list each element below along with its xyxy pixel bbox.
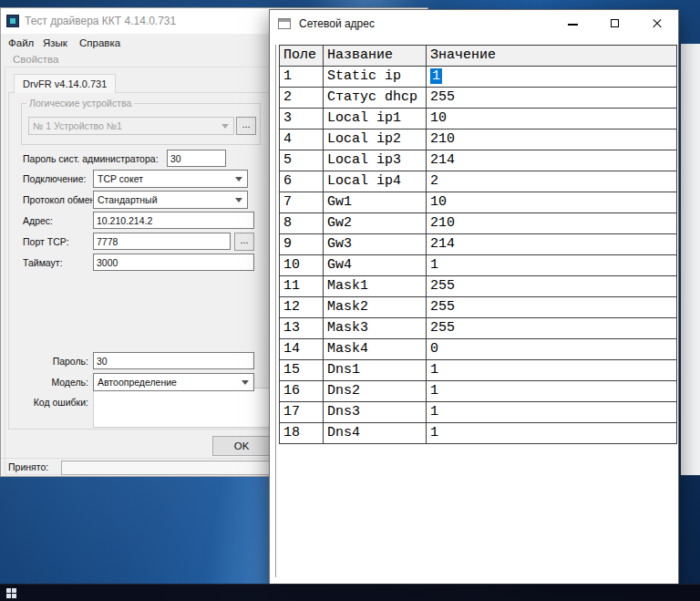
name-cell[interactable]: Dns2	[324, 381, 427, 402]
timeout-input[interactable]	[93, 254, 254, 271]
value-cell[interactable]: 0	[427, 339, 677, 360]
table-row[interactable]: 3Local ip110	[280, 109, 677, 130]
value-cell[interactable]: 210	[427, 213, 677, 234]
table-row[interactable]: 17Dns31	[280, 402, 677, 423]
protocol-select[interactable]: Стандартный	[93, 191, 248, 209]
value-cell[interactable]: 1	[427, 423, 677, 444]
table-row[interactable]: 5Local ip3214	[280, 150, 677, 171]
field-cell[interactable]: 2	[280, 88, 324, 109]
table-row[interactable]: 13Mask3255	[280, 318, 677, 339]
model-select[interactable]: Автоопределение	[93, 373, 254, 391]
ok-button[interactable]: OK	[212, 436, 271, 456]
table-row[interactable]: 16Dns21	[280, 381, 677, 402]
field-cell[interactable]: 11	[280, 276, 324, 297]
value-cell[interactable]: 210	[427, 130, 677, 150]
name-cell[interactable]: Gw4	[324, 255, 427, 276]
value-cell[interactable]: 1	[427, 67, 677, 88]
table-row[interactable]: 2Статус dhcp255	[280, 88, 677, 109]
tcp-port-input[interactable]	[93, 233, 231, 250]
field-cell[interactable]: 3	[280, 109, 324, 130]
column-header-value: Значение	[427, 46, 677, 67]
name-cell[interactable]: Mask2	[324, 297, 427, 318]
name-cell[interactable]: Dns3	[324, 402, 427, 423]
table-row[interactable]: 8Gw2210	[280, 213, 677, 234]
field-cell[interactable]: 6	[280, 171, 324, 192]
field-cell[interactable]: 12	[280, 297, 324, 318]
device-browse-button[interactable]: ...	[236, 117, 256, 135]
table-row[interactable]: 11Mask1255	[280, 276, 677, 297]
field-cell[interactable]: 5	[280, 150, 324, 171]
field-cell[interactable]: 4	[280, 130, 324, 150]
table-row[interactable]: 1Static ip1	[280, 67, 677, 88]
field-cell[interactable]: 9	[280, 234, 324, 255]
device-select-value: № 1 Устройство №1	[33, 120, 122, 131]
name-cell[interactable]: Local ip1	[324, 109, 427, 130]
field-cell[interactable]: 10	[280, 255, 324, 276]
table-row[interactable]: 15Dns11	[280, 360, 677, 381]
table-row[interactable]: 6Local ip42	[280, 171, 677, 192]
value-cell[interactable]: 1	[427, 360, 677, 381]
start-button[interactable]	[5, 587, 25, 599]
connection-select[interactable]: TCP сокет	[93, 170, 248, 188]
admin-password-input[interactable]	[167, 150, 226, 167]
name-cell[interactable]: Mask4	[324, 339, 427, 360]
name-cell[interactable]: Dns4	[324, 423, 427, 444]
value-cell[interactable]: 255	[427, 276, 677, 297]
table-row[interactable]: 12Mask2255	[280, 297, 677, 318]
field-cell[interactable]: 15	[280, 360, 324, 381]
field-cell[interactable]: 1	[280, 67, 324, 88]
close-button[interactable]	[636, 10, 678, 37]
value-cell[interactable]: 1	[427, 402, 677, 423]
menu-language[interactable]: Язык	[43, 34, 67, 52]
value-cell[interactable]: 2	[427, 171, 677, 192]
name-cell[interactable]: Mask1	[324, 276, 427, 297]
field-cell[interactable]: 7	[280, 192, 324, 213]
connection-select-value: TCP сокет	[98, 173, 143, 184]
name-cell[interactable]: Gw3	[324, 234, 427, 255]
device-select: № 1 Устройство №1	[28, 117, 234, 135]
name-cell[interactable]: Статус dhcp	[324, 88, 427, 109]
value-cell[interactable]: 214	[427, 234, 677, 255]
background-window-sliver	[681, 44, 700, 475]
table-row[interactable]: 14Mask40	[280, 339, 677, 360]
selected-cell-value: 1	[430, 68, 442, 84]
field-cell[interactable]: 17	[280, 402, 324, 423]
table-row[interactable]: 4Local ip2210	[280, 130, 677, 150]
table-row[interactable]: 10Gw41	[280, 255, 677, 276]
name-cell[interactable]: Gw2	[324, 213, 427, 234]
name-cell[interactable]: Mask3	[324, 318, 427, 339]
menu-file[interactable]: Файл	[8, 34, 34, 52]
field-cell[interactable]: 18	[280, 423, 324, 444]
network-table: Поле Название Значение 1Static ip12Стату…	[279, 45, 677, 444]
value-cell[interactable]: 255	[427, 318, 677, 339]
field-cell[interactable]: 13	[280, 318, 324, 339]
name-cell[interactable]: Dns1	[324, 360, 427, 381]
table-row[interactable]: 9Gw3214	[280, 234, 677, 255]
minimize-button[interactable]	[552, 10, 594, 37]
field-cell[interactable]: 14	[280, 339, 324, 360]
table-header-row: Поле Название Значение	[280, 46, 677, 67]
table-row[interactable]: 7Gw110	[280, 192, 677, 213]
value-cell[interactable]: 214	[427, 150, 677, 171]
name-cell[interactable]: Static ip	[324, 67, 427, 88]
name-cell[interactable]: Local ip3	[324, 150, 427, 171]
value-cell[interactable]: 255	[427, 88, 677, 109]
dialog-titlebar[interactable]: Сетевой адрес	[270, 10, 678, 38]
field-cell[interactable]: 16	[280, 381, 324, 402]
value-cell[interactable]: 10	[427, 109, 677, 130]
value-cell[interactable]: 1	[427, 255, 677, 276]
address-input[interactable]	[93, 212, 254, 229]
table-row[interactable]: 18Dns41	[280, 423, 677, 444]
name-cell[interactable]: Local ip4	[324, 171, 427, 192]
value-cell[interactable]: 10	[427, 192, 677, 213]
value-cell[interactable]: 255	[427, 297, 677, 318]
tcp-port-browse-button[interactable]: ...	[234, 233, 254, 251]
field-cell[interactable]: 8	[280, 213, 324, 234]
password-input[interactable]	[93, 352, 254, 369]
tab-drvfr[interactable]: DrvFR v4.14.0.731	[14, 74, 116, 93]
maximize-button[interactable]	[594, 10, 636, 37]
name-cell[interactable]: Gw1	[324, 192, 427, 213]
menu-help[interactable]: Справка	[79, 34, 120, 52]
name-cell[interactable]: Local ip2	[324, 130, 427, 150]
value-cell[interactable]: 1	[427, 381, 677, 402]
